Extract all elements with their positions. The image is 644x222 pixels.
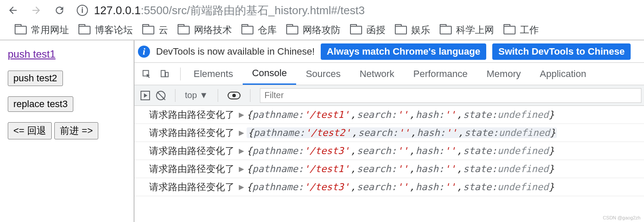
back-button[interactable] <box>3 0 23 21</box>
console-message: 请求路由路径变化了 <box>149 181 234 194</box>
folder-icon <box>350 26 362 34</box>
expand-arrow-icon[interactable]: ▶ <box>239 165 244 173</box>
console-object[interactable]: {pathname: '/test1', search: '', hash: '… <box>247 163 554 174</box>
console-output: 请求路由路径变化了▶{pathname: '/test1', search: '… <box>134 106 644 222</box>
bookmark-item[interactable]: 函授 <box>347 24 388 37</box>
device-icon[interactable] <box>159 69 170 79</box>
switch-chinese-button[interactable]: Switch DevTools to Chinese <box>492 43 631 60</box>
bookmark-item[interactable]: 博客论坛 <box>76 24 135 37</box>
url-host: 127.0.0.1 <box>94 4 141 17</box>
folder-icon <box>15 26 27 34</box>
notice-text: DevTools is now available in Chinese! <box>156 46 315 57</box>
divider <box>175 89 175 102</box>
bookmark-label: 仓库 <box>258 24 277 37</box>
bookmark-item[interactable]: 工作 <box>501 24 541 37</box>
arrow-left-icon <box>7 5 19 16</box>
svg-rect-2 <box>166 72 168 77</box>
console-object[interactable]: {pathname: '/test2', search: '', hash: '… <box>247 127 557 138</box>
reload-icon <box>54 5 65 16</box>
divider <box>250 89 250 102</box>
bookmark-item[interactable]: 云 <box>140 24 171 37</box>
expand-arrow-icon[interactable]: ▶ <box>239 147 244 155</box>
bookmark-item[interactable]: 网络技术 <box>175 24 234 37</box>
folder-icon <box>241 26 253 34</box>
bookmark-item[interactable]: 科学上网 <box>437 24 497 37</box>
expand-arrow-icon[interactable]: ▶ <box>239 129 244 137</box>
bookmark-label: 娱乐 <box>411 24 430 37</box>
folder-icon <box>440 26 452 34</box>
forward-button[interactable] <box>26 0 47 21</box>
bookmark-bar: 常用网址博客论坛云网络技术仓库网络攻防函授娱乐科学上网工作 <box>0 21 644 40</box>
site-info-icon[interactable]: i <box>77 5 88 16</box>
watermark: CSDN @gaog2zh <box>603 215 641 220</box>
replace-test3-button[interactable]: replace test3 <box>8 96 73 112</box>
tab-elements[interactable]: Elements <box>184 63 243 85</box>
folder-icon <box>503 26 516 34</box>
page-panel: push test1 push test2 replace test3 <= 回… <box>0 40 134 222</box>
expand-arrow-icon[interactable]: ▶ <box>239 111 244 119</box>
bookmark-item[interactable]: 仓库 <box>239 24 279 37</box>
folder-icon <box>286 26 298 34</box>
address-bar[interactable]: i 127.0.0.1:5500/src/前端路由的基石_history.htm… <box>72 2 641 19</box>
filter-input[interactable] <box>260 88 641 103</box>
tab-memory[interactable]: Memory <box>477 63 530 85</box>
bookmark-label: 科学上网 <box>456 24 494 37</box>
tab-sources[interactable]: Sources <box>296 63 350 85</box>
reload-button[interactable] <box>49 0 70 21</box>
tab-performance[interactable]: Performance <box>404 63 477 85</box>
bookmark-item[interactable]: 常用网址 <box>12 24 72 37</box>
url-path: /src/前端路由的基石_history.html#/test3 <box>169 3 365 18</box>
console-row[interactable]: 请求路由路径变化了▶{pathname: '/test2', search: '… <box>134 124 644 142</box>
push-test2-button[interactable]: push test2 <box>8 71 63 86</box>
console-message: 请求路由路径变化了 <box>149 163 234 176</box>
console-row[interactable]: 请求路由路径变化了▶{pathname: '/test1', search: '… <box>134 106 644 124</box>
push-test1-link[interactable]: push test1 <box>8 48 56 60</box>
execution-context-icon[interactable] <box>141 91 150 100</box>
devtools-panel: i DevTools is now available in Chinese! … <box>134 40 644 222</box>
bookmark-item[interactable]: 网络攻防 <box>284 24 343 37</box>
console-object[interactable]: {pathname: '/test3', search: '', hash: '… <box>247 182 554 192</box>
devtools-tabs: ElementsConsoleSourcesNetworkPerformance… <box>134 63 644 85</box>
folder-icon <box>178 26 190 34</box>
forward-history-button[interactable]: 前进 => <box>54 122 98 139</box>
bookmark-label: 工作 <box>520 24 539 37</box>
folder-icon <box>395 26 407 34</box>
tab-console[interactable]: Console <box>243 63 297 85</box>
inspect-icon[interactable] <box>141 69 152 79</box>
live-expression-icon[interactable] <box>228 92 241 99</box>
url-port: :5500 <box>141 4 169 17</box>
context-selector[interactable]: top ▼ <box>185 90 208 100</box>
console-row[interactable]: 请求路由路径变化了▶{pathname: '/test3', search: '… <box>134 142 644 160</box>
match-language-button[interactable]: Always match Chrome's language <box>321 43 486 60</box>
console-filter-bar: top ▼ <box>134 85 644 106</box>
bookmark-item[interactable]: 娱乐 <box>392 24 433 37</box>
bookmark-label: 函授 <box>366 24 385 37</box>
console-message: 请求路由路径变化了 <box>149 145 234 157</box>
bookmark-label: 云 <box>159 24 168 37</box>
console-row[interactable]: 请求路由路径变化了▶{pathname: '/test1', search: '… <box>134 160 644 178</box>
folder-icon <box>142 26 154 34</box>
devtools-notice: i DevTools is now available in Chinese! … <box>134 40 644 63</box>
console-object[interactable]: {pathname: '/test3', search: '', hash: '… <box>247 145 554 156</box>
browser-toolbar: i 127.0.0.1:5500/src/前端路由的基石_history.htm… <box>0 0 644 21</box>
expand-arrow-icon[interactable]: ▶ <box>239 183 244 191</box>
folder-icon <box>78 26 91 34</box>
svg-rect-1 <box>161 70 165 77</box>
context-label: top <box>185 90 197 100</box>
tab-application[interactable]: Application <box>530 63 596 85</box>
bookmark-label: 常用网址 <box>31 24 69 37</box>
console-message: 请求路由路径变化了 <box>149 126 234 139</box>
console-row[interactable]: 请求路由路径变化了▶{pathname: '/test3', search: '… <box>134 178 644 196</box>
tab-network[interactable]: Network <box>350 63 404 85</box>
chevron-down-icon: ▼ <box>200 90 208 100</box>
divider <box>218 89 218 102</box>
divider <box>180 68 181 80</box>
arrow-right-icon <box>31 5 42 16</box>
console-object[interactable]: {pathname: '/test1', search: '', hash: '… <box>247 109 554 120</box>
bookmark-label: 博客论坛 <box>95 24 133 37</box>
console-message: 请求路由路径变化了 <box>149 108 234 121</box>
info-icon: i <box>138 46 150 58</box>
clear-console-icon[interactable] <box>156 91 166 100</box>
bookmark-label: 网络攻防 <box>303 24 341 37</box>
back-history-button[interactable]: <= 回退 <box>8 122 52 139</box>
